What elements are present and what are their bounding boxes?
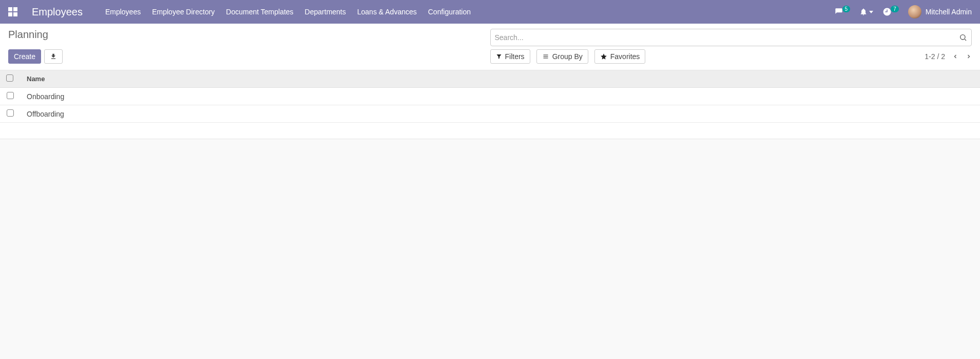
navbar: Employees Employees Employee Directory D… xyxy=(0,0,980,24)
user-name: Mitchell Admin xyxy=(926,8,972,16)
apps-icon[interactable] xyxy=(8,7,17,16)
avatar xyxy=(908,5,921,18)
search-container xyxy=(490,29,972,46)
chevron-left-icon xyxy=(952,52,958,61)
breadcrumb: Planning xyxy=(8,29,490,41)
nav-menu: Employees Employee Directory Document Te… xyxy=(105,8,471,16)
navbar-left: Employees Employees Employee Directory D… xyxy=(8,6,471,18)
user-menu[interactable]: Mitchell Admin xyxy=(908,5,972,18)
messages-icon[interactable]: 5 xyxy=(834,8,851,16)
table-header-row: Name xyxy=(0,70,980,88)
notifications-icon[interactable] xyxy=(859,7,873,16)
svg-point-0 xyxy=(960,35,965,40)
chevron-right-icon xyxy=(966,52,972,61)
nav-item-document-templates[interactable]: Document Templates xyxy=(226,8,293,16)
nav-item-departments[interactable]: Departments xyxy=(305,8,346,16)
cell-name: Onboarding xyxy=(21,88,980,105)
nav-item-employees[interactable]: Employees xyxy=(105,8,141,16)
control-panel: Planning Create Filters xyxy=(0,24,980,70)
table-row[interactable]: Offboarding xyxy=(0,105,980,123)
create-button[interactable]: Create xyxy=(8,49,41,64)
star-icon xyxy=(600,53,607,60)
nav-item-employee-directory[interactable]: Employee Directory xyxy=(152,8,215,16)
brand-title[interactable]: Employees xyxy=(32,6,83,18)
pager-next[interactable] xyxy=(966,52,972,61)
row-checkbox[interactable] xyxy=(7,92,14,99)
favorites-button[interactable]: Favorites xyxy=(594,49,646,64)
cell-name: Offboarding xyxy=(21,105,980,123)
pager-text: 1-2 / 2 xyxy=(925,52,945,61)
export-button[interactable] xyxy=(44,49,63,64)
filters-button[interactable]: Filters xyxy=(490,49,530,64)
search-icon[interactable] xyxy=(959,33,967,42)
svg-line-1 xyxy=(965,39,966,41)
search-input[interactable] xyxy=(495,33,959,42)
nav-item-configuration[interactable]: Configuration xyxy=(428,8,471,16)
table-footer-spacer xyxy=(0,123,980,139)
navbar-right: 5 7 Mitchell Admin xyxy=(834,5,972,18)
pager: 1-2 / 2 xyxy=(925,52,972,61)
select-all-checkbox[interactable] xyxy=(6,74,13,82)
filter-icon xyxy=(496,53,502,60)
groupby-label: Group By xyxy=(552,52,583,61)
download-icon xyxy=(50,53,57,60)
column-header-name[interactable]: Name xyxy=(21,70,980,88)
activities-badge: 7 xyxy=(891,6,899,12)
groupby-button[interactable]: Group By xyxy=(536,49,588,64)
list-icon xyxy=(542,53,549,60)
filters-label: Filters xyxy=(505,52,525,61)
list-view: Name Onboarding Offboarding xyxy=(0,70,980,139)
table-row[interactable]: Onboarding xyxy=(0,88,980,105)
favorites-label: Favorites xyxy=(610,52,640,61)
row-checkbox[interactable] xyxy=(7,109,14,117)
pager-prev[interactable] xyxy=(952,52,958,61)
nav-item-loans-advances[interactable]: Loans & Advances xyxy=(357,8,417,16)
activities-icon[interactable]: 7 xyxy=(882,7,899,16)
messages-badge: 5 xyxy=(842,6,851,12)
chevron-down-icon xyxy=(869,11,873,13)
